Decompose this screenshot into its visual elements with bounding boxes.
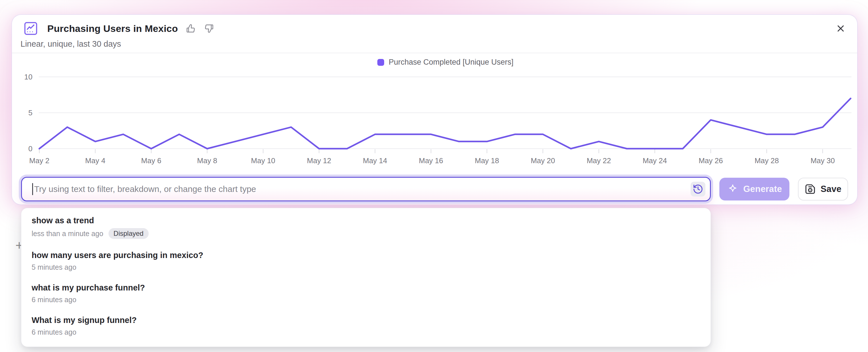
history-icon (692, 184, 704, 194)
svg-text:May 12: May 12 (307, 156, 331, 165)
svg-text:May 6: May 6 (141, 156, 161, 165)
close-button[interactable] (834, 22, 847, 35)
prompt-input[interactable] (33, 179, 690, 199)
chart-card: Purchasing Users in Mexico Linear, uniqu… (12, 15, 857, 204)
svg-text:May 2: May 2 (29, 156, 50, 165)
legend-swatch (377, 59, 384, 66)
composer-row: Generate Save (21, 177, 848, 201)
displayed-badge: Displayed (108, 228, 149, 239)
history-item-meta: 6 minutes ago (32, 295, 700, 304)
svg-text:May 10: May 10 (251, 156, 275, 165)
thumbs-down-button[interactable] (204, 23, 214, 34)
history-item-meta: 5 minutes ago (32, 263, 700, 271)
history-item-query: what is my purchase funnel? (32, 283, 700, 292)
history-item-time: less than a minute ago (32, 229, 103, 238)
svg-text:May 28: May 28 (755, 156, 779, 165)
svg-text:10: 10 (24, 73, 32, 81)
chart-type-icon (23, 21, 39, 36)
history-item[interactable]: What is my signup funnel? 6 minutes ago (21, 311, 711, 343)
svg-text:May 20: May 20 (531, 156, 555, 165)
svg-text:5: 5 (29, 108, 32, 117)
svg-text:May 26: May 26 (699, 156, 723, 165)
svg-text:May 18: May 18 (475, 156, 499, 165)
history-item-time: 6 minutes ago (32, 328, 76, 336)
card-subtitle: Linear, unique, last 30 days (21, 39, 857, 49)
history-item-time: 5 minutes ago (32, 263, 76, 271)
history-item-query: What is my signup funnel? (32, 315, 700, 325)
prompt-input-wrapper (21, 177, 711, 201)
chart-legend: Purchase Completed [Unique Users] (39, 58, 851, 67)
history-item[interactable]: how many users are purchasing in mexico?… (21, 246, 711, 278)
svg-text:May 14: May 14 (363, 156, 387, 165)
svg-text:0: 0 (29, 145, 32, 153)
history-item-query: show as a trend (32, 216, 700, 225)
card-title: Purchasing Users in Mexico (47, 23, 178, 34)
history-item[interactable]: show as a trend less than a minute ago D… (21, 211, 711, 246)
sparkle-icon (727, 183, 739, 195)
generate-label: Generate (743, 184, 782, 194)
line-chart: 0510May 2May 4May 6May 8May 10May 12May … (12, 53, 857, 176)
card-header: Purchasing Users in Mexico (23, 21, 847, 36)
history-item[interactable]: what is my purchase funnel? 6 minutes ag… (21, 278, 711, 311)
svg-text:May 24: May 24 (643, 156, 667, 165)
history-button[interactable] (690, 182, 705, 196)
svg-text:May 8: May 8 (197, 156, 217, 165)
thumbs-up-button[interactable] (185, 23, 196, 34)
legend-label: Purchase Completed [Unique Users] (389, 58, 514, 67)
svg-text:May 30: May 30 (810, 156, 835, 165)
history-item-meta: less than a minute ago Displayed (32, 228, 700, 239)
history-item-meta: 6 minutes ago (32, 328, 700, 336)
chart-area: 0510May 2May 4May 6May 8May 10May 12May … (12, 53, 857, 176)
generate-button[interactable]: Generate (719, 178, 789, 200)
thumbs-down-icon (204, 23, 214, 34)
history-item-query: how many users are purchasing in mexico? (32, 250, 700, 260)
save-icon (805, 183, 816, 195)
history-item-time: 6 minutes ago (32, 295, 76, 304)
save-button[interactable]: Save (798, 178, 848, 200)
svg-text:May 16: May 16 (419, 156, 443, 165)
thumbs-up-icon (185, 23, 196, 34)
close-icon (834, 22, 847, 35)
svg-text:May 4: May 4 (85, 156, 105, 165)
history-dropdown: show as a trend less than a minute ago D… (21, 208, 711, 347)
svg-text:May 22: May 22 (587, 156, 611, 165)
save-label: Save (820, 184, 841, 194)
